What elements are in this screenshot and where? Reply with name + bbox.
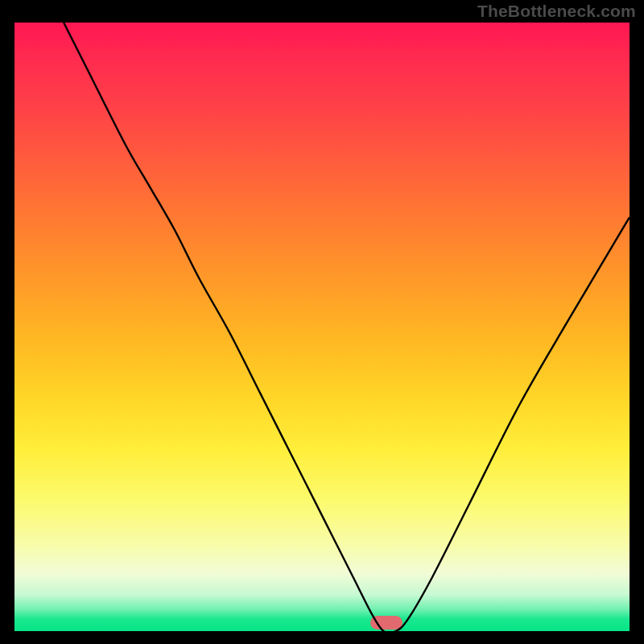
- chart-frame: TheBottleneck.com: [0, 0, 644, 644]
- bottleneck-curve: [14, 23, 630, 631]
- watermark-text: TheBottleneck.com: [477, 2, 636, 21]
- plot-area: [14, 23, 630, 631]
- curve-path: [64, 23, 630, 631]
